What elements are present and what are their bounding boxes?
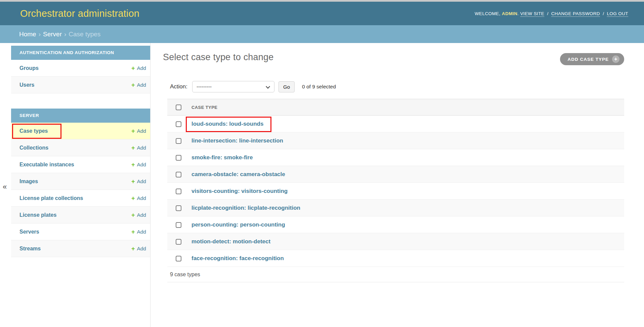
breadcrumb-case-types: Case types <box>69 31 100 38</box>
table-row: face-recognition: face-recognition <box>167 250 624 267</box>
table-row: camera-obstacle: camera-obstacle <box>167 166 624 183</box>
case-type-link[interactable]: camera-obstacle: camera-obstacle <box>191 171 285 177</box>
user-link-view-site[interactable]: VIEW SITE <box>520 11 544 16</box>
row-checkbox[interactable] <box>176 205 181 211</box>
sidebar-module-caption: AUTHENTICATION AND AUTHORIZATION <box>11 46 150 60</box>
breadcrumb-home[interactable]: Home <box>19 31 36 38</box>
plus-icon: + <box>131 65 135 71</box>
breadcrumb-server[interactable]: Server <box>43 31 62 38</box>
plus-icon: + <box>131 145 135 151</box>
sidebar-item-images: Images + Add <box>11 173 150 190</box>
case-type-link[interactable]: licplate-recognition: licplate-recogniti… <box>191 205 300 211</box>
case-type-table: CASE TYPE loud-sounds: loud-sounds line-… <box>167 99 624 267</box>
admin-header: Orchestrator administration WELCOME, ADM… <box>0 2 644 25</box>
plus-icon: + <box>612 55 619 63</box>
row-checkbox[interactable] <box>176 222 181 228</box>
case-type-link[interactable]: smoke-fire: smoke-fire <box>191 154 253 161</box>
content-bottom-divider <box>167 282 624 282</box>
add-images-link[interactable]: + Add <box>131 178 146 185</box>
sidebar-item-users: Users + Add <box>11 77 150 93</box>
user-link-log-out[interactable]: LOG OUT <box>607 11 628 16</box>
add-streams-link[interactable]: + Add <box>131 246 146 252</box>
separator: / <box>544 11 551 16</box>
add-groups-link[interactable]: + Add <box>131 65 146 71</box>
sidebar-item-groups: Groups + Add <box>11 60 150 77</box>
add-license-plates-link[interactable]: + Add <box>131 212 146 218</box>
go-button[interactable]: Go <box>278 81 295 92</box>
sidebar-item-servers: Servers + Add <box>11 223 150 240</box>
add-license-plate-collections-link[interactable]: + Add <box>131 195 146 201</box>
add-label: Add <box>137 145 146 151</box>
add-users-link[interactable]: + Add <box>131 82 146 88</box>
user-links: VIEW SITE / CHANGE PASSWORD / LOG OUT <box>520 11 628 16</box>
sidebar-link-license-plate-collections[interactable]: License plate collections <box>19 195 83 201</box>
breadcrumb: Home›Server›Case types <box>0 25 644 43</box>
sidebar-link-license-plates[interactable]: License plates <box>19 212 56 218</box>
add-servers-link[interactable]: + Add <box>131 229 146 235</box>
sidebar-item-executable-instances: Executable instances + Add <box>11 156 150 173</box>
sidebar-module: SERVER Case types + Add Collections + Ad… <box>11 109 150 257</box>
row-checkbox[interactable] <box>176 172 181 177</box>
add-case-type-label: ADD CASE TYPE <box>567 57 609 62</box>
sidebar-collapse-toggle[interactable]: « <box>3 182 7 191</box>
action-label: Action: <box>170 83 187 90</box>
sidebar-link-images[interactable]: Images <box>19 178 38 185</box>
row-checkbox[interactable] <box>176 239 181 245</box>
welcome-text: WELCOME, <box>475 11 501 16</box>
add-label: Add <box>137 128 146 134</box>
actions-bar: Action: --------- Go 0 of 9 selected <box>167 81 624 92</box>
add-case-type-button[interactable]: ADD CASE TYPE + <box>560 53 624 65</box>
add-executable-instances-link[interactable]: + Add <box>131 162 146 168</box>
sidebar-link-executable-instances[interactable]: Executable instances <box>19 162 74 168</box>
add-collections-link[interactable]: + Add <box>131 145 146 151</box>
user-link-change-password[interactable]: CHANGE PASSWORD <box>551 11 600 16</box>
row-checkbox[interactable] <box>176 138 181 144</box>
plus-icon: + <box>131 178 135 185</box>
add-label: Add <box>137 246 146 252</box>
select-all-checkbox[interactable] <box>176 105 181 110</box>
add-label: Add <box>137 178 146 185</box>
case-type-link[interactable]: motion-detect: motion-detect <box>191 238 270 245</box>
chevron-down-icon <box>266 84 270 89</box>
site-title-link[interactable]: Orchestrator administration <box>20 2 139 25</box>
case-type-link[interactable]: person-counting: person-counting <box>191 221 285 228</box>
sidebar-link-collections[interactable]: Collections <box>19 145 48 151</box>
table-row: line-intersection: line-intersection <box>167 132 624 149</box>
row-checkbox[interactable] <box>176 256 181 261</box>
row-checkbox[interactable] <box>176 121 181 127</box>
table-row: motion-detect: motion-detect <box>167 233 624 250</box>
username: ADMIN <box>502 11 517 16</box>
case-type-link[interactable]: face-recognition: face-recognition <box>191 255 284 261</box>
case-type-link[interactable]: visitors-counting: visitors-counting <box>191 188 288 194</box>
plus-icon: + <box>131 82 135 88</box>
separator: / <box>600 11 607 16</box>
table-row: licplate-recognition: licplate-recogniti… <box>167 200 624 216</box>
sidebar-item-collections: Collections + Add <box>11 139 150 156</box>
table-row: smoke-fire: smoke-fire <box>167 149 624 166</box>
breadcrumb-separator-icon: › <box>62 31 69 38</box>
sidebar-module-caption: SERVER <box>11 109 150 123</box>
add-case-types-link[interactable]: + Add <box>131 128 146 134</box>
sidebar-link-groups[interactable]: Groups <box>19 65 39 71</box>
content-area: Select case type to change ADD CASE TYPE… <box>163 43 624 282</box>
case-type-link[interactable]: loud-sounds: loud-sounds <box>191 121 263 127</box>
sidebar-link-streams[interactable]: Streams <box>19 246 41 252</box>
plus-icon: + <box>131 162 135 168</box>
row-checkbox[interactable] <box>176 155 181 161</box>
case-type-link[interactable]: line-intersection: line-intersection <box>191 137 283 144</box>
sidebar-link-case-types[interactable]: Case types <box>19 128 48 134</box>
user-tools: WELCOME, ADMIN. VIEW SITE / CHANGE PASSW… <box>475 2 628 26</box>
add-label: Add <box>137 195 146 201</box>
sidebar-module: AUTHENTICATION AND AUTHORIZATION Groups … <box>11 46 150 93</box>
sidebar-link-servers[interactable]: Servers <box>19 229 39 235</box>
breadcrumb-separator-icon: › <box>36 31 43 38</box>
sidebar-link-users[interactable]: Users <box>19 82 34 88</box>
plus-icon: + <box>131 128 135 134</box>
plus-icon: + <box>131 246 135 252</box>
row-checkbox[interactable] <box>176 189 181 194</box>
result-count: 9 case types <box>167 267 624 278</box>
action-select[interactable]: --------- <box>192 81 274 92</box>
table-row: visitors-counting: visitors-counting <box>167 183 624 200</box>
selection-counter: 0 of 9 selected <box>302 84 336 90</box>
sidebar-item-license-plate-collections: License plate collections + Add <box>11 190 150 207</box>
